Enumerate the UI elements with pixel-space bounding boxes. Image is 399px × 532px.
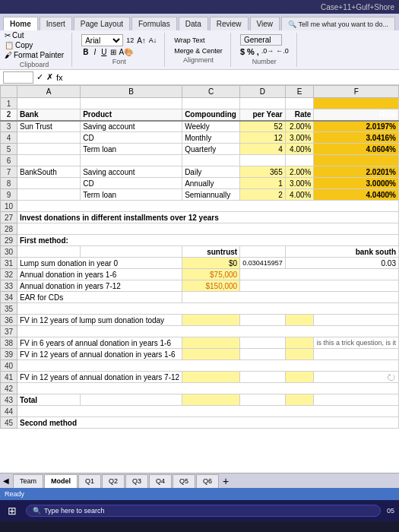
cell-e7[interactable]: 2.00%	[285, 166, 314, 178]
tab-home[interactable]: Home	[3, 17, 38, 30]
increase-decimal-button[interactable]: .0→	[261, 47, 274, 56]
cell-d6[interactable]	[240, 155, 286, 166]
cell-e9[interactable]: 4.00%	[285, 189, 314, 201]
cell-f8[interactable]: 3.0000%	[314, 178, 399, 189]
cell-b6[interactable]	[81, 155, 182, 166]
cell-d7[interactable]: 365	[240, 166, 286, 178]
font-family-select[interactable]: Arial	[81, 34, 123, 46]
cell-d3[interactable]: 52	[240, 121, 286, 132]
decrease-font-button[interactable]: A↓	[149, 36, 157, 44]
cell-a6[interactable]	[17, 155, 81, 166]
tab-page-layout[interactable]: Page Layout	[74, 17, 130, 30]
cell-e38[interactable]	[285, 337, 314, 349]
wrap-text-button[interactable]: Wrap Text	[174, 36, 223, 44]
cell-c33[interactable]: $150,000	[182, 280, 240, 292]
increase-font-button[interactable]: A↑	[137, 36, 146, 45]
cell-d43[interactable]	[240, 394, 286, 406]
cell-d1[interactable]	[240, 98, 286, 109]
cell-reference-input[interactable]	[3, 71, 33, 84]
cell-d8[interactable]: 1	[240, 178, 286, 189]
copy-button[interactable]: 📋 Copy	[5, 41, 64, 49]
cell-e6[interactable]	[285, 155, 314, 166]
cell-a7[interactable]: BankSouth	[17, 166, 81, 178]
sheet-nav-left[interactable]: ◀	[3, 477, 9, 485]
cell-f2[interactable]: Rate	[314, 109, 399, 121]
cell-a10[interactable]	[17, 201, 399, 212]
cell-e43[interactable]	[285, 394, 314, 406]
cell-c36[interactable]	[182, 315, 240, 326]
cell-c41[interactable]	[182, 372, 240, 383]
cell-b9[interactable]: Term loan	[81, 189, 182, 201]
cell-e39[interactable]	[285, 349, 314, 360]
cut-button[interactable]: ✂ Cut	[5, 31, 64, 40]
tab-insert[interactable]: Insert	[40, 17, 72, 30]
sheet-tab-q5[interactable]: Q5	[173, 474, 195, 488]
formula-input[interactable]	[66, 72, 396, 82]
percent-button[interactable]: %	[247, 47, 255, 56]
cell-f1[interactable]	[314, 98, 399, 109]
cell-e3[interactable]: 2.00%	[285, 121, 314, 132]
sheet-tab-q6[interactable]: Q6	[196, 474, 219, 488]
sheet-tab-q1[interactable]: Q1	[78, 474, 101, 488]
cell-e2[interactable]: Rate	[285, 109, 314, 121]
cell-c32[interactable]: $75,000	[182, 269, 240, 280]
cell-a9[interactable]	[17, 189, 81, 201]
cell-d9[interactable]: 2	[240, 189, 286, 201]
cell-c39[interactable]	[182, 349, 240, 360]
col-header-c[interactable]: C	[182, 86, 240, 98]
cell-a2[interactable]: Bank	[17, 109, 81, 121]
cell-b2[interactable]: Product	[81, 109, 182, 121]
tab-review[interactable]: Review	[210, 17, 249, 30]
decrease-decimal-button[interactable]: ←.0	[276, 47, 289, 56]
underline-button[interactable]: U	[100, 48, 108, 56]
sheet-tab-team[interactable]: Team	[13, 474, 43, 488]
sheet-tab-model[interactable]: Model	[44, 474, 78, 488]
cell-d36[interactable]	[240, 315, 286, 326]
cell-b5[interactable]: Term loan	[81, 144, 182, 155]
cell-f5[interactable]: 4.0604%	[314, 144, 399, 155]
sheet-tab-q2[interactable]: Q2	[102, 474, 125, 488]
fill-color-button[interactable]: A🎨	[119, 48, 133, 56]
cell-b7[interactable]: Saving account	[81, 166, 182, 178]
cell-e8[interactable]: 3.00%	[285, 178, 314, 189]
cell-d4[interactable]: 12	[240, 132, 286, 144]
cell-c1[interactable]	[182, 98, 240, 109]
windows-button[interactable]: ⊞	[5, 503, 20, 518]
comma-button[interactable]: ,	[257, 47, 259, 56]
cell-d39[interactable]	[240, 349, 286, 360]
cell-a1[interactable]	[17, 98, 81, 109]
col-header-f[interactable]: F	[314, 86, 399, 98]
cell-e1[interactable]	[285, 98, 314, 109]
merge-center-button[interactable]: Merge & Center	[174, 47, 223, 55]
add-sheet-button[interactable]: +	[223, 475, 229, 487]
italic-button[interactable]: I	[92, 48, 97, 56]
cell-a5[interactable]	[17, 144, 81, 155]
dollar-button[interactable]: $	[240, 47, 245, 56]
cell-d41[interactable]	[240, 372, 286, 383]
cell-c43[interactable]	[182, 394, 240, 406]
cell-b43[interactable]	[81, 394, 182, 406]
tab-tell-me[interactable]: 🔍 Tell me what you want to do...	[281, 17, 395, 30]
sheet-tab-q4[interactable]: Q4	[149, 474, 172, 488]
col-header-b[interactable]: B	[81, 86, 182, 98]
cell-f7[interactable]: 2.0201%	[314, 166, 399, 178]
cell-c8[interactable]: Annually	[182, 178, 240, 189]
border-button[interactable]: ⊞	[110, 48, 116, 56]
cell-f3[interactable]: 2.0197%	[314, 121, 399, 132]
sheet-tab-q3[interactable]: Q3	[125, 474, 148, 488]
cell-c2[interactable]: Compounding	[182, 109, 240, 121]
tab-data[interactable]: Data	[179, 17, 208, 30]
cell-b4[interactable]: CD	[81, 132, 182, 144]
cell-e4[interactable]: 3.00%	[285, 132, 314, 144]
cell-c3[interactable]: Weekly	[182, 121, 240, 132]
cell-c7[interactable]: Daily	[182, 166, 240, 178]
col-header-d[interactable]: D	[240, 86, 286, 98]
cell-d2[interactable]: per Year	[240, 109, 286, 121]
cell-c6[interactable]	[182, 155, 240, 166]
cell-c5[interactable]: Quarterly	[182, 144, 240, 155]
format-painter-button[interactable]: 🖌 Format Painter	[5, 51, 64, 59]
cell-e41[interactable]	[285, 372, 314, 383]
cell-c9[interactable]: Semiannually	[182, 189, 240, 201]
col-header-e[interactable]: E	[285, 86, 314, 98]
tab-view[interactable]: View	[250, 17, 280, 30]
